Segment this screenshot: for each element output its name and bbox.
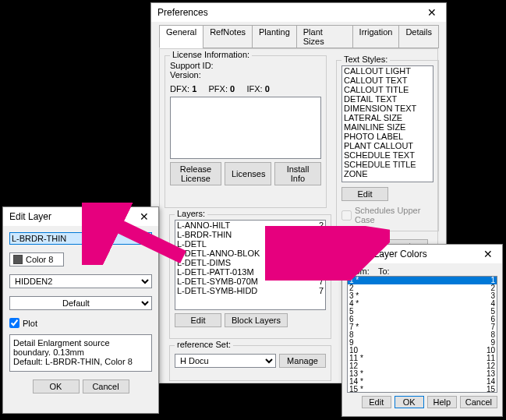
color-pairs-listbox[interactable]: 1 *1 22 3 *3 4 *4 55 66 7 *7 88 99 1010 … — [347, 276, 497, 393]
manage-button[interactable]: Manage — [279, 354, 326, 368]
list-item[interactable]: 1212 — [348, 362, 497, 370]
list-item[interactable]: CALLOUT TEXT — [342, 76, 433, 85]
list-item[interactable]: 99 — [348, 339, 497, 347]
list-item[interactable]: 1 *1 — [348, 277, 497, 284]
dfx-value: 1 — [192, 84, 196, 94]
tab-irrigation[interactable]: Irrigation — [352, 25, 400, 48]
release-license-button[interactable]: Release License — [170, 162, 221, 185]
lineweight-select[interactable]: Default — [9, 296, 152, 310]
list-item[interactable]: 55 — [348, 308, 497, 316]
block-layers-button[interactable]: Block Layers — [225, 313, 288, 327]
block-layer-colors-titlebar: Block Layer Colors ✕ — [342, 245, 502, 263]
edit-button[interactable]: Edit — [362, 396, 391, 408]
list-item[interactable]: 11 *11 — [348, 355, 497, 362]
preferences-titlebar: Preferences ✕ — [151, 3, 446, 22]
plot-label: Plot — [23, 319, 37, 328]
linetype-select[interactable]: HIDDEN2 — [9, 274, 152, 288]
license-group: License Information: Support ID: Version… — [165, 55, 327, 208]
list-item[interactable]: 4 *4 — [348, 300, 497, 308]
list-item[interactable]: 13 *13 — [348, 370, 497, 378]
text-styles-listbox[interactable]: CALLOUT LIGHT CALLOUT TEXT CALLOUT TITLE… — [341, 65, 433, 182]
layers-edit-button[interactable]: Edit — [175, 313, 221, 327]
list-item[interactable]: SCHEDULE TEXT — [342, 150, 433, 160]
list-item[interactable]: L-DETL-SYMB-HIDD7 — [175, 286, 325, 295]
list-item[interactable]: 22 — [348, 284, 497, 292]
text-styles-edit-button[interactable]: Edit — [341, 187, 388, 201]
support-id-label: Support ID: — [170, 61, 321, 70]
list-item[interactable]: SCHEDULE TITLE — [342, 160, 433, 169]
text-styles-group: Text Styles: CALLOUT LIGHT CALLOUT TEXT … — [336, 60, 439, 231]
list-item[interactable]: CALLOUT TITLE — [342, 85, 433, 94]
list-item[interactable]: PLANT CALLOUT — [342, 141, 433, 150]
color-swatch-icon — [13, 255, 23, 264]
list-item[interactable]: 88 — [348, 331, 497, 339]
tabs: General RefNotes Planting Plant Sizes Ir… — [159, 25, 438, 48]
list-item[interactable]: 14 *14 — [348, 378, 497, 386]
list-item[interactable]: DIMENSION TEXT — [342, 104, 433, 113]
list-item[interactable]: ZONE — [342, 169, 433, 178]
layers-listbox[interactable]: L-ANNO-HILT2 L-BRDR-THIN8 L-DETL0 L-DETL… — [175, 220, 326, 310]
list-item[interactable]: 7 *7 — [348, 323, 497, 331]
close-icon[interactable]: ✕ — [136, 210, 152, 223]
ok-button[interactable]: OK — [395, 396, 424, 408]
list-item[interactable]: L-BRDR-THIN8 — [175, 230, 325, 239]
dfx-label: DFX: — [170, 84, 189, 94]
list-item[interactable]: 3 *3 — [348, 292, 497, 300]
list-item[interactable]: LATERAL SIZE — [342, 113, 433, 122]
description-text: Detail Enlargment source boundary. 0.13m… — [9, 334, 152, 372]
pfx-label: PFX: — [209, 84, 228, 94]
close-icon[interactable]: ✕ — [424, 6, 440, 19]
layers-heading: Layers: — [175, 209, 207, 218]
cancel-button[interactable]: Cancel — [83, 379, 129, 394]
version-label: Version: — [170, 70, 321, 79]
to-label: To: — [378, 266, 390, 276]
close-icon[interactable]: ✕ — [480, 248, 496, 260]
license-heading: License Information: — [170, 50, 252, 59]
preference-set-group: reference Set: H Docu Manage — [169, 345, 331, 381]
pfx-value: 0 — [230, 84, 235, 94]
from-label: From: — [347, 266, 378, 276]
list-item[interactable]: L-DETL-SYMB-070M7 — [175, 277, 325, 286]
ifx-label: IFX: — [246, 84, 262, 94]
list-item[interactable]: L-DETL0 — [175, 239, 325, 249]
list-item[interactable]: CALLOUT LIGHT — [342, 66, 433, 76]
list-item[interactable]: L-DETL-DIMS4 — [175, 258, 325, 267]
tab-planting[interactable]: Planting — [252, 25, 297, 48]
list-item[interactable]: PHOTO LABEL — [342, 132, 433, 141]
tab-details[interactable]: Details — [398, 25, 439, 48]
help-button[interactable]: Help — [427, 396, 457, 408]
text-styles-heading: Text Styles: — [341, 55, 390, 64]
schedules-upper-label: Schedules Upper Case — [355, 206, 433, 224]
edit-layer-title: Edit Layer — [9, 211, 51, 222]
tab-plantsizes[interactable]: Plant Sizes — [296, 25, 353, 48]
schedules-upper-checkbox[interactable] — [341, 210, 352, 221]
tab-refnotes[interactable]: RefNotes — [203, 25, 253, 48]
edit-layer-titlebar: Edit Layer ✕ — [3, 207, 158, 226]
preference-set-heading: reference Set: — [175, 340, 233, 349]
block-layer-colors-window: Block Layer Colors ✕ From: To: 1 *1 22 3… — [341, 244, 503, 417]
list-item[interactable]: 15 *15 — [348, 386, 497, 393]
ifx-value: 0 — [265, 84, 270, 94]
preferences-title: Preferences — [157, 7, 208, 18]
edit-layer-window: Edit Layer ✕ Color 8 HIDDEN2 Default Plo… — [2, 206, 159, 414]
install-info-button[interactable]: Install Info — [274, 162, 321, 185]
ok-button[interactable]: OK — [33, 379, 80, 394]
licenses-button[interactable]: Licenses — [225, 162, 271, 185]
list-item[interactable]: MAINLINE SIZE — [342, 122, 433, 132]
list-item[interactable]: 66 — [348, 316, 497, 323]
plot-checkbox[interactable] — [9, 318, 19, 328]
preference-set-select[interactable]: H Docu — [175, 354, 276, 368]
color-select[interactable]: Color 8 — [9, 252, 64, 266]
list-item[interactable]: 1010 — [348, 347, 497, 355]
layers-group: Layers: L-ANNO-HILT2 L-BRDR-THIN8 L-DETL… — [169, 214, 331, 339]
license-listbox[interactable] — [170, 97, 321, 159]
cancel-button[interactable]: Cancel — [460, 396, 497, 408]
list-item[interactable]: L-DETL-PATT-013M5 — [175, 267, 325, 277]
list-item[interactable]: DETAIL TEXT — [342, 94, 433, 104]
block-layer-colors-title: Block Layer Colors — [349, 249, 427, 259]
layer-name-input[interactable] — [9, 232, 152, 245]
tab-general[interactable]: General — [159, 25, 203, 48]
list-item[interactable]: L-ANNO-HILT2 — [175, 221, 325, 230]
list-item[interactable]: L-DETL-ANNO-BLOK0 — [175, 249, 325, 258]
color-label: Color 8 — [26, 255, 53, 264]
